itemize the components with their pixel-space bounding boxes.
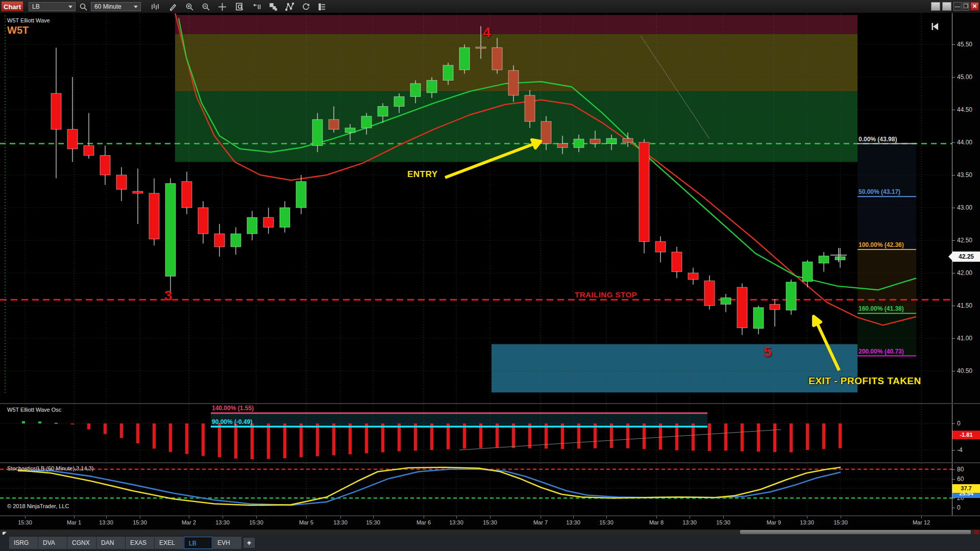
interval-dropdown[interactable]: 60 Minute	[91, 2, 141, 11]
time-axis-tick: Mar 8	[649, 519, 664, 525]
window-style-button-2[interactable]	[942, 2, 951, 11]
time-axis-tick: 13:30	[449, 519, 463, 525]
fib-level-label: 160.00% (41.38)	[859, 305, 904, 312]
pencil-icon[interactable]	[167, 2, 179, 12]
stochastics-canvas[interactable]	[0, 463, 952, 515]
price-axis-tick: 44.50	[957, 106, 972, 113]
entry-annotation[interactable]: ENTRY	[407, 169, 438, 180]
crosshair-icon[interactable]	[216, 2, 228, 12]
add-tab-button[interactable]: +	[243, 538, 255, 548]
fib-level-label: 50.00% (43.17)	[859, 188, 900, 195]
restore-button[interactable]: ❒	[963, 2, 969, 11]
time-axis-tick: 15:30	[366, 519, 380, 525]
tab-evh[interactable]: EVH	[213, 537, 241, 549]
zoom-out-icon[interactable]	[200, 2, 211, 12]
time-axis-tick: 13:30	[333, 519, 348, 525]
time-axis-tick: 15:30	[834, 519, 848, 525]
chart-trader-icon[interactable]	[251, 2, 262, 12]
zoom-in-icon[interactable]	[184, 2, 195, 12]
properties-list-icon[interactable]	[316, 2, 328, 12]
minimize-button[interactable]: —	[953, 2, 962, 11]
time-axis-tick: 13:30	[682, 519, 697, 525]
osc-axis-tick: 0	[957, 420, 961, 427]
chart-menu-button[interactable]: Chart	[1, 1, 23, 12]
price-axis-tick: 42.00	[957, 269, 972, 277]
find-document-icon[interactable]	[234, 2, 245, 12]
symbol-dropdown-value: LB	[32, 3, 40, 10]
close-button[interactable]: ✕	[970, 2, 979, 11]
stoch-axis-tick: 0	[957, 504, 961, 511]
tab-isrg[interactable]: ISRG	[9, 537, 38, 549]
fib-level-label: 100.00% (42.36)	[859, 241, 904, 248]
price-axis-tick: 42.50	[957, 237, 972, 244]
time-axis-tick: 13:30	[99, 519, 113, 525]
scrollbar-thumb[interactable]	[740, 530, 971, 534]
stoch-k-value-box: 37.7	[952, 484, 980, 493]
go-to-last-bar-icon[interactable]	[930, 21, 941, 34]
fib-level-label: 200.00% (40.73)	[859, 348, 904, 355]
stoch-axis-tick: 60	[957, 475, 964, 483]
time-axis-tick: Mar 2	[182, 519, 196, 525]
wave-5-label[interactable]: 5	[764, 344, 772, 360]
tab-exel[interactable]: EXEL	[155, 537, 183, 549]
time-axis-tick: 13:30	[800, 519, 814, 525]
trailing-stop-annotation[interactable]: TRAILING STOP	[575, 290, 637, 299]
search-icon[interactable]	[78, 2, 89, 12]
oscillator-panel: W5T Elliott Wave Osc 140.00% (1.55) 90.0…	[0, 404, 980, 462]
stochastics-panel: Stochastics(LB (60 Minute),3,14,3) © 201…	[0, 463, 980, 515]
horizontal-scrollbar[interactable]	[0, 530, 980, 535]
stoch-axis-tick: 80	[957, 466, 964, 473]
oscillator-label: W5T Elliott Wave Osc	[7, 407, 61, 413]
price-axis-tick: 40.50	[957, 367, 972, 374]
toolbar: Chart LB 60 Minute	[0, 0, 980, 13]
time-axis-tick: Mar 5	[299, 519, 313, 525]
time-axis-tick: Mar 12	[913, 519, 930, 525]
chevron-down-icon	[134, 6, 138, 8]
price-axis-tick: 41.00	[957, 335, 972, 342]
price-axis[interactable]: 45.5045.0044.5044.0043.5043.0042.5042.00…	[952, 13, 980, 403]
price-chart-panel: W5T Elliott Wave W5T F ENTRY TRAILING ST…	[0, 13, 980, 403]
indicator-label-w5t-big: W5T	[7, 24, 29, 36]
wave-4-label[interactable]: 4	[483, 24, 491, 41]
osc-upper-level-label: 140.00% (1.55)	[212, 405, 254, 412]
price-axis-tick: 45.00	[957, 73, 972, 81]
price-axis-tick: 43.00	[957, 204, 972, 211]
price-axis-tick: 43.50	[957, 171, 972, 179]
time-axis-tick: 15:30	[599, 519, 614, 525]
osc-axis-tick: -4	[957, 446, 963, 454]
symbol-dropdown[interactable]: LB	[29, 2, 76, 11]
exit-annotation[interactable]: EXIT - PROFITS TAKEN	[808, 375, 921, 387]
time-axis-tick: 15:30	[18, 519, 32, 525]
tab-dva[interactable]: DVA	[38, 537, 67, 549]
snap-squares-icon[interactable]	[267, 2, 279, 12]
fib-level-label: 0.00% (43.98)	[859, 136, 897, 143]
scrollbar-end-nub	[974, 530, 979, 534]
time-axis-tick: 15:30	[716, 519, 730, 525]
window-style-button[interactable]	[931, 2, 940, 11]
time-axis-tick: Mar 9	[767, 519, 781, 525]
interval-dropdown-value: 60 Minute	[94, 3, 121, 10]
time-axis-tick: 15:30	[249, 519, 263, 525]
time-axis[interactable]: 15:30Mar 113:3015:30Mar 213:3015:30Mar 5…	[0, 516, 980, 530]
tab-dan[interactable]: DAN	[96, 537, 125, 549]
time-axis-tick: 15:30	[133, 519, 147, 525]
price-axis-tick: 44.00	[957, 139, 972, 146]
bar-chart-icon[interactable]	[149, 2, 160, 12]
tab-cgnx[interactable]: CGNX	[67, 537, 96, 549]
price-chart-canvas[interactable]	[0, 13, 952, 403]
time-axis-tick: Mar 6	[416, 519, 431, 525]
time-axis-tick: Mar 1	[67, 519, 81, 525]
indicator-label-w5t: W5T Elliott Wave	[7, 17, 50, 23]
current-price-box: 42.25	[952, 252, 980, 262]
chart-window: Chart LB 60 Minute	[0, 0, 980, 551]
tab-bar: ISRGDVACGNXDANEXASEXELLBEVH+	[0, 535, 980, 551]
tab-lb[interactable]: LB	[184, 537, 212, 549]
oscillator-canvas[interactable]	[0, 404, 952, 462]
osc-lower-level-label: 90.00% (-0.49)	[212, 418, 252, 425]
tab-exas[interactable]: EXAS	[126, 537, 154, 549]
oscillator-value-box: -1.81	[952, 431, 980, 439]
reload-icon[interactable]	[300, 2, 311, 12]
wave-3-label[interactable]: 3	[164, 288, 173, 304]
draw-path-icon[interactable]	[284, 2, 295, 12]
time-axis-tick: 13:30	[566, 519, 580, 525]
